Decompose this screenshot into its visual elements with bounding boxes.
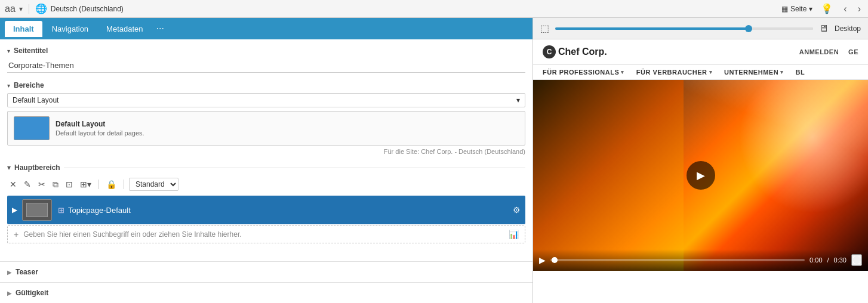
tab-inhalt[interactable]: Inhalt	[5, 21, 42, 37]
teaser-label: Teaser	[16, 268, 38, 276]
preview-device-icon: ⬚	[540, 23, 549, 34]
hauptbereich-header[interactable]: ▾ Hauptbereich	[7, 163, 525, 172]
editor-toolbar: ✕ ✎ ✂ ⧉ ⊡ ⊞▾ 🔒 Standard	[7, 177, 525, 192]
edit-btn[interactable]: ✎	[21, 178, 33, 190]
layout-info: Default Layout Default layout for detail…	[56, 120, 519, 137]
teaser-section: ▶ Teaser	[0, 261, 533, 282]
item-label: Topicpage-Default	[68, 206, 513, 215]
item-type-icon: ⊞	[58, 206, 64, 215]
tab-more[interactable]: ···	[153, 23, 168, 34]
vc-progress-bar[interactable]	[550, 259, 805, 261]
vc-separator: /	[827, 256, 829, 264]
nav-item-bl[interactable]: BL	[796, 69, 805, 76]
forward-btn[interactable]: ›	[855, 2, 863, 16]
vc-duration: 0:30	[834, 256, 847, 264]
left-panel: Inhalt Navigation Metadaten ··· ▾ Seiten…	[0, 18, 533, 303]
seitentitel-input[interactable]	[7, 58, 525, 73]
back-btn[interactable]: ‹	[841, 2, 849, 16]
tab-metadaten[interactable]: Metadaten	[98, 21, 151, 37]
bereiche-chevron: ▾	[7, 82, 10, 89]
site-logo-icon: C	[543, 45, 556, 58]
page-label: Seite	[790, 5, 807, 13]
layout-title: Default Layout	[56, 120, 519, 128]
vc-play-btn[interactable]: ▶	[539, 255, 546, 265]
gueltigkeit-label: Gültigkeit	[16, 289, 48, 297]
gueltigkeit-chevron: ▶	[7, 290, 12, 296]
preview-slider[interactable]	[555, 27, 813, 30]
hauptbereich-chevron: ▾	[7, 163, 11, 172]
seitentitel-header[interactable]: ▾ Seitentitel	[7, 47, 525, 55]
dropdown-arrow[interactable]: ▾	[19, 5, 23, 13]
layout-card: Default Layout Default layout for detail…	[7, 111, 525, 146]
more-btn[interactable]: ⊞▾	[78, 178, 94, 190]
site-logo-text: Chef Corp.	[558, 47, 607, 57]
preview-toolbar: ⬚ 🖥 Desktop	[533, 18, 868, 39]
video-controls: ▶ 0:00 / 0:30 ⛶	[533, 249, 868, 271]
nav-item-professionals[interactable]: FÜR PROFESSIONALS ▾	[543, 69, 624, 76]
chart-icon: 📊	[509, 230, 519, 239]
main-layout: Inhalt Navigation Metadaten ··· ▾ Seiten…	[0, 18, 868, 303]
cut-btn[interactable]: ✂	[36, 178, 48, 190]
teaser-header[interactable]: ▶ Teaser	[7, 268, 525, 276]
add-content-row[interactable]: + Geben Sie hier einen Suchbegriff ein o…	[7, 225, 525, 243]
vc-fullscreen-btn[interactable]: ⛶	[851, 254, 862, 266]
item-thumb-inner	[26, 203, 48, 217]
tab-navigation[interactable]: Navigation	[44, 21, 97, 37]
site-nav-right: ANMELDEN GE	[799, 48, 858, 55]
language-label: Deutsch (Deutschland)	[51, 5, 124, 13]
right-panel: ⬚ 🖥 Desktop C	[533, 18, 868, 303]
copy-btn[interactable]: ⧉	[50, 178, 61, 191]
add-placeholder-text: Geben Sie hier einen Suchbegriff ein ode…	[23, 230, 504, 239]
nav-label-verbraucher: FÜR VERBRAUCHER	[636, 69, 707, 76]
gueltigkeit-header[interactable]: ▶ Gültigkeit	[7, 289, 525, 297]
video-overlay: ▶	[533, 80, 868, 271]
page-dropdown-arrow: ▾	[809, 5, 812, 13]
globe-icon: 🌐	[35, 3, 47, 14]
layout-description: Default layout for detail pages.	[56, 129, 519, 137]
slider-fill	[555, 27, 749, 30]
hauptbereich-divider	[64, 168, 525, 168]
video-preview: ▶ ▶ 0:00 / 0:30 ⛶	[533, 80, 868, 271]
standard-select[interactable]: Standard	[129, 178, 178, 191]
site-nav-bar: FÜR PROFESSIONALS ▾ FÜR VERBRAUCHER ▾ UN…	[533, 65, 868, 80]
item-settings-icon[interactable]: ⚙	[513, 205, 521, 215]
login-link[interactable]: ANMELDEN	[799, 48, 839, 55]
top-bar: aa ▾ 🌐 Deutsch (Deutschland) ▦ Seite ▾ 💡…	[0, 0, 868, 18]
guest-label[interactable]: GE	[848, 48, 858, 55]
top-bar-right: ▦ Seite ▾ 💡 ‹ ›	[781, 2, 863, 16]
font-icon: aa	[5, 4, 16, 14]
layout-dropdown[interactable]: Default Layout ▾	[7, 93, 525, 107]
teaser-chevron: ▶	[7, 269, 12, 276]
nav-label-professionals: FÜR PROFESSIONALS	[543, 69, 619, 76]
preview-monitor-icon: 🖥	[819, 23, 829, 34]
nav-item-verbraucher[interactable]: FÜR VERBRAUCHER ▾	[636, 69, 712, 76]
page-selector[interactable]: ▦ Seite ▾	[781, 5, 812, 13]
nav-chevron-unternehmen: ▾	[780, 69, 784, 75]
seitentitel-chevron: ▾	[7, 48, 10, 54]
seitentitel-section: ▾ Seitentitel	[7, 47, 525, 73]
site-header: C Chef Corp. ANMELDEN GE	[533, 39, 868, 65]
toolbar-divider-2	[124, 180, 124, 189]
nav-chevron-professionals: ▾	[621, 69, 624, 75]
layout-site-note: Für die Site: Chef Corp. - Deutsch (Deut…	[7, 148, 525, 155]
nav-label-bl: BL	[796, 69, 805, 76]
bereiche-header[interactable]: ▾ Bereiche	[7, 81, 525, 89]
gueltigkeit-section: ▶ Gültigkeit	[0, 282, 533, 303]
site-logo: C Chef Corp.	[543, 45, 607, 58]
bereiche-label: Bereiche	[14, 81, 44, 89]
hauptbereich-label: Hauptbereich	[14, 163, 60, 172]
vc-current-time: 0:00	[809, 256, 822, 264]
item-expand-btn[interactable]: ▶	[12, 206, 17, 214]
play-button[interactable]: ▶	[687, 161, 715, 190]
lightbulb-btn[interactable]: 💡	[818, 2, 835, 16]
content-area: ▾ Seitentitel ▾ Bereiche Default Layout …	[0, 39, 533, 261]
layout-thumbnail	[14, 116, 50, 140]
paste-btn[interactable]: ⊡	[63, 178, 75, 190]
hauptbereich-section: ▾ Hauptbereich ✕ ✎ ✂ ⧉ ⊡ ⊞▾ 🔒	[7, 163, 525, 243]
delete-btn[interactable]: ✕	[7, 178, 19, 190]
seitentitel-label: Seitentitel	[14, 47, 48, 55]
nav-label-unternehmen: UNTERNEHMEN	[724, 69, 778, 76]
nav-item-unternehmen[interactable]: UNTERNEHMEN ▾	[724, 69, 784, 76]
item-thumbnail	[22, 199, 52, 221]
lock-btn[interactable]: 🔒	[104, 178, 119, 190]
